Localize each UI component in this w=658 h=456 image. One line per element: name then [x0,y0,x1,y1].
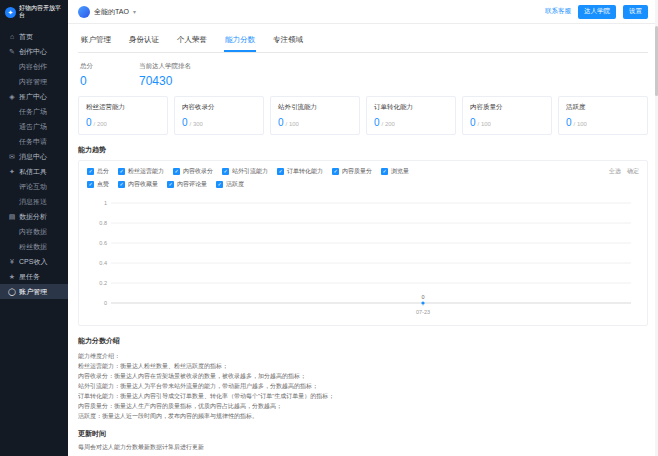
legend-checkbox[interactable]: ✓ [216,181,223,188]
intro-line: 能力维度介绍： [78,351,648,361]
trend-section: 能力趋势 ✓总分✓粉丝运营能力✓内容收录分✓站外引流能力✓订单转化能力✓内容质量… [78,145,648,326]
sidebar-item-label: 星任务 [19,272,40,282]
sidebar-item-首页[interactable]: ⌂首页 [0,29,68,44]
contact-service-link[interactable]: 联系客服 [545,7,571,16]
sidebar-subitem-任务申请[interactable]: 任务申请 [0,134,68,149]
legend-item-内容收录分[interactable]: ✓内容收录分 [173,167,213,176]
sidebar-item-账户管理[interactable]: ◯账户管理 [0,284,68,299]
metric-title: 粉丝运营能力 [86,103,160,112]
metric-value: 0 [470,117,476,128]
cps-icon: ¥ [8,258,16,265]
legend-item-内容评论量[interactable]: ✓内容评论量 [167,180,207,189]
legend-checkbox[interactable]: ✓ [222,168,229,175]
trend-title: 能力趋势 [78,145,648,155]
sidebar-subitem-粉丝数据[interactable]: 粉丝数据 [0,239,68,254]
sidebar-subitem-任务广场[interactable]: 任务广场 [0,104,68,119]
sidebar-item-私信工具[interactable]: ✦私信工具 [0,164,68,179]
legend-row: ✓点赞✓内容收藏量✓内容评论量✓活跃度 [87,180,639,189]
legend-checkbox[interactable]: ✓ [173,168,180,175]
sidebar-item-label: 消息中心 [19,152,47,162]
legend-label: 内容评论量 [177,180,207,189]
metric-card-订单转化能力: 订单转化能力0/ 200 [366,96,456,135]
score-summary: 总分 0 当前达人学院排名 70430 [78,53,648,96]
legend-checkbox[interactable]: ✓ [87,181,94,188]
sidebar-subitem-通告广场[interactable]: 通告广场 [0,119,68,134]
legend-label: 内容收藏量 [128,180,158,189]
legend-item-站外引流能力[interactable]: ✓站外引流能力 [222,167,268,176]
legend-checkbox[interactable]: ✓ [87,168,94,175]
sidebar-item-星任务[interactable]: ★星任务 [0,269,68,284]
tools-icon: ✦ [8,168,16,176]
metric-value-row: 0/ 300 [182,117,256,128]
legend-item-内容收藏量[interactable]: ✓内容收藏量 [118,180,158,189]
legend-checkbox[interactable]: ✓ [118,168,125,175]
tab-能力分数[interactable]: 能力分数 [224,29,256,52]
legend-row: ✓总分✓粉丝运营能力✓内容收录分✓站外引流能力✓订单转化能力✓内容质量分✓浏览量 [87,167,639,176]
total-score-label: 总分 [80,62,93,71]
metric-value-row: 0/ 200 [86,117,160,128]
rank-value: 70430 [139,74,191,88]
sidebar-item-创作中心[interactable]: ✎创作中心 [0,44,68,59]
metric-value: 0 [86,117,92,128]
metric-card-内容收录分: 内容收录分0/ 300 [174,96,264,135]
sidebar-item-推广中心[interactable]: ◈推广中心 [0,89,68,104]
update-title: 更新时间 [78,429,648,439]
tab-专注领域[interactable]: 专注领域 [272,29,304,52]
intro-line: 订单转化能力：衡量达人内容引导成交订单数量、转化率（带动每个"订单"生成订单量）… [78,391,648,401]
svg-text:0: 0 [104,300,107,306]
metric-value: 0 [374,117,380,128]
svg-text:0: 0 [421,294,424,300]
brand-logo[interactable]: ✦ 好物内容开放平台 [0,0,68,24]
total-score-block: 总分 0 [80,62,93,88]
legend-label: 点赞 [97,180,109,189]
legend-checkbox[interactable]: ✓ [332,168,339,175]
legend-action-全选[interactable]: 全选 [609,167,621,176]
account-icon: ◯ [8,288,16,296]
tab-个人荣誉[interactable]: 个人荣誉 [176,29,208,52]
legend-item-浏览量[interactable]: ✓浏览量 [381,167,409,176]
legend-item-粉丝运营能力[interactable]: ✓粉丝运营能力 [118,167,164,176]
legend-checkbox[interactable]: ✓ [167,181,174,188]
promotion-icon: ◈ [8,93,16,101]
sidebar-subitem-内容数据[interactable]: 内容数据 [0,224,68,239]
legend-label: 总分 [97,167,109,176]
metric-value: 0 [566,117,572,128]
metric-max: / 200 [94,121,107,127]
sidebar-subitem-内容创作[interactable]: 内容创作 [0,59,68,74]
create-icon: ✎ [8,48,16,56]
legend-label: 站外引流能力 [232,167,268,176]
intro-line: 站外引流能力：衡量达人为平台带来站外流量的能力，带动新用户越多，分数越高的指标； [78,381,648,391]
talent-college-button[interactable]: 达人学院 [578,5,616,19]
sidebar-subitem-评论互动[interactable]: 评论互动 [0,179,68,194]
brand-logo-text: 好物内容开放平台 [19,5,63,19]
settings-button[interactable]: 设置 [623,5,648,19]
user-name[interactable]: 全能的TAO [94,7,129,17]
legend-checkbox[interactable]: ✓ [277,168,284,175]
legend-item-内容质量分[interactable]: ✓内容质量分 [332,167,372,176]
metric-max: / 300 [190,121,203,127]
sidebar-item-消息中心[interactable]: ✉消息中心 [0,149,68,164]
task-icon: ★ [8,273,16,281]
intro-line: 活跃度：衡量达人近一段时间内，发布内容的频率与规律性的指标。 [78,411,648,421]
sidebar-item-CPS收入[interactable]: ¥CPS收入 [0,254,68,269]
data-icon: ▤ [8,213,16,221]
sidebar-subitem-消息推送[interactable]: 消息推送 [0,194,68,209]
rank-label: 当前达人学院排名 [139,62,191,71]
metric-card-活跃度: 活跃度0/ 100 [558,96,648,135]
metric-title: 内容收录分 [182,103,256,112]
chevron-down-icon[interactable]: ▾ [133,8,136,15]
legend-action-确定[interactable]: 确定 [627,167,639,176]
legend-item-点赞[interactable]: ✓点赞 [87,180,109,189]
legend-item-订单转化能力[interactable]: ✓订单转化能力 [277,167,323,176]
intro-line: 内容收录分：衡量达人内容在货架场景被收录的数量，被收录越多，加分越高的指标； [78,371,648,381]
tab-账户管理[interactable]: 账户管理 [80,29,112,52]
sidebar-item-数据分析[interactable]: ▤数据分析 [0,209,68,224]
legend-checkbox[interactable]: ✓ [118,181,125,188]
metric-card-内容质量分: 内容质量分0/ 100 [462,96,552,135]
user-avatar[interactable] [78,6,90,18]
legend-item-活跃度[interactable]: ✓活跃度 [216,180,244,189]
tab-身份认证[interactable]: 身份认证 [128,29,160,52]
sidebar-subitem-内容管理[interactable]: 内容管理 [0,74,68,89]
legend-item-总分[interactable]: ✓总分 [87,167,109,176]
legend-checkbox[interactable]: ✓ [381,168,388,175]
